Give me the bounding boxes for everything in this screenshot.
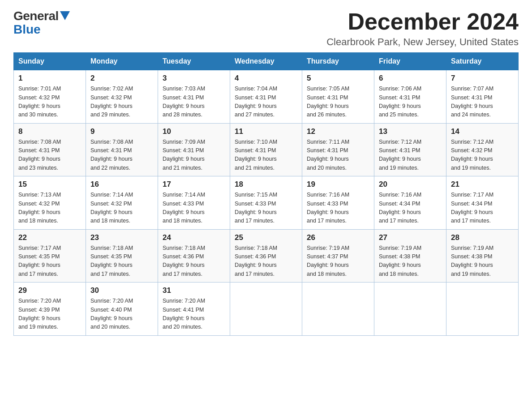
- day-info: Sunrise: 7:15 AMSunset: 4:33 PMDaylight:…: [235, 191, 297, 226]
- day-info: Sunrise: 7:19 AMSunset: 4:38 PMDaylight:…: [451, 244, 514, 279]
- calendar-week-row: 8Sunrise: 7:08 AMSunset: 4:31 PMDaylight…: [14, 123, 519, 176]
- day-number: 31: [163, 286, 225, 295]
- day-info: Sunrise: 7:18 AMSunset: 4:36 PMDaylight:…: [235, 244, 297, 279]
- day-number: 17: [163, 180, 225, 189]
- table-row: 28Sunrise: 7:19 AMSunset: 4:38 PMDayligh…: [446, 229, 519, 283]
- day-info: Sunrise: 7:20 AMSunset: 4:41 PMDaylight:…: [163, 297, 225, 332]
- table-row: 24Sunrise: 7:18 AMSunset: 4:36 PMDayligh…: [158, 229, 230, 283]
- day-number: 12: [307, 127, 369, 136]
- col-thursday: Thursday: [302, 53, 374, 70]
- day-number: 5: [307, 74, 369, 83]
- day-info: Sunrise: 7:03 AMSunset: 4:31 PMDaylight:…: [163, 85, 225, 120]
- calendar-week-row: 29Sunrise: 7:20 AMSunset: 4:39 PMDayligh…: [14, 283, 519, 336]
- day-info: Sunrise: 7:18 AMSunset: 4:35 PMDaylight:…: [90, 244, 153, 279]
- day-number: 21: [451, 180, 514, 189]
- day-number: 7: [451, 74, 514, 83]
- day-info: Sunrise: 7:13 AMSunset: 4:32 PMDaylight:…: [18, 191, 81, 226]
- table-row: 2Sunrise: 7:02 AMSunset: 4:32 PMDaylight…: [86, 70, 158, 124]
- day-number: 8: [18, 127, 81, 136]
- calendar-header-row: Sunday Monday Tuesday Wednesday Thursday…: [14, 53, 519, 70]
- col-monday: Monday: [86, 53, 158, 70]
- day-number: 28: [451, 233, 514, 242]
- col-saturday: Saturday: [446, 53, 519, 70]
- day-number: 26: [307, 233, 369, 242]
- day-number: 24: [163, 233, 225, 242]
- day-info: Sunrise: 7:05 AMSunset: 4:31 PMDaylight:…: [307, 85, 369, 120]
- day-info: Sunrise: 7:04 AMSunset: 4:31 PMDaylight:…: [235, 85, 297, 120]
- day-number: 14: [451, 127, 514, 136]
- col-tuesday: Tuesday: [158, 53, 230, 70]
- day-number: 2: [90, 74, 153, 83]
- day-info: Sunrise: 7:16 AMSunset: 4:34 PMDaylight:…: [379, 191, 442, 226]
- day-info: Sunrise: 7:02 AMSunset: 4:32 PMDaylight:…: [90, 85, 153, 120]
- table-row: 10Sunrise: 7:09 AMSunset: 4:31 PMDayligh…: [158, 123, 230, 176]
- table-row: 31Sunrise: 7:20 AMSunset: 4:41 PMDayligh…: [158, 283, 230, 336]
- day-number: 27: [379, 233, 442, 242]
- calendar-week-row: 22Sunrise: 7:17 AMSunset: 4:35 PMDayligh…: [14, 229, 519, 283]
- day-info: Sunrise: 7:08 AMSunset: 4:31 PMDaylight:…: [18, 138, 81, 173]
- day-info: Sunrise: 7:19 AMSunset: 4:37 PMDaylight:…: [307, 244, 369, 279]
- day-info: Sunrise: 7:01 AMSunset: 4:32 PMDaylight:…: [18, 85, 81, 120]
- day-info: Sunrise: 7:12 AMSunset: 4:32 PMDaylight:…: [451, 138, 514, 173]
- day-info: Sunrise: 7:16 AMSunset: 4:33 PMDaylight:…: [307, 191, 369, 226]
- day-info: Sunrise: 7:10 AMSunset: 4:31 PMDaylight:…: [235, 138, 297, 173]
- table-row: 14Sunrise: 7:12 AMSunset: 4:32 PMDayligh…: [446, 123, 519, 176]
- table-row: 18Sunrise: 7:15 AMSunset: 4:33 PMDayligh…: [230, 176, 302, 230]
- table-row: 26Sunrise: 7:19 AMSunset: 4:37 PMDayligh…: [302, 229, 374, 283]
- day-info: Sunrise: 7:11 AMSunset: 4:31 PMDaylight:…: [307, 138, 369, 173]
- table-row: 4Sunrise: 7:04 AMSunset: 4:31 PMDaylight…: [230, 70, 302, 124]
- table-row: 22Sunrise: 7:17 AMSunset: 4:35 PMDayligh…: [14, 229, 86, 283]
- svg-marker-0: [60, 11, 70, 20]
- logo: General Blue: [13, 9, 70, 37]
- day-info: Sunrise: 7:06 AMSunset: 4:31 PMDaylight:…: [379, 85, 442, 120]
- day-number: 29: [18, 286, 81, 295]
- day-info: Sunrise: 7:20 AMSunset: 4:40 PMDaylight:…: [90, 297, 153, 332]
- day-info: Sunrise: 7:14 AMSunset: 4:32 PMDaylight:…: [90, 191, 153, 226]
- table-row: 19Sunrise: 7:16 AMSunset: 4:33 PMDayligh…: [302, 176, 374, 230]
- logo-arrow-icon: [60, 11, 70, 22]
- day-info: Sunrise: 7:14 AMSunset: 4:33 PMDaylight:…: [163, 191, 225, 226]
- day-number: 22: [18, 233, 81, 242]
- table-row: [302, 283, 374, 336]
- table-row: 27Sunrise: 7:19 AMSunset: 4:38 PMDayligh…: [374, 229, 446, 283]
- table-row: 12Sunrise: 7:11 AMSunset: 4:31 PMDayligh…: [302, 123, 374, 176]
- day-number: 20: [379, 180, 442, 189]
- day-number: 10: [163, 127, 225, 136]
- day-info: Sunrise: 7:08 AMSunset: 4:31 PMDaylight:…: [90, 138, 153, 173]
- day-number: 19: [307, 180, 369, 189]
- calendar-week-row: 1Sunrise: 7:01 AMSunset: 4:32 PMDaylight…: [14, 70, 519, 124]
- day-number: 11: [235, 127, 297, 136]
- day-number: 23: [90, 233, 153, 242]
- day-info: Sunrise: 7:12 AMSunset: 4:31 PMDaylight:…: [379, 138, 442, 173]
- day-number: 25: [235, 233, 297, 242]
- day-info: Sunrise: 7:18 AMSunset: 4:36 PMDaylight:…: [163, 244, 225, 279]
- table-row: 23Sunrise: 7:18 AMSunset: 4:35 PMDayligh…: [86, 229, 158, 283]
- table-row: [446, 283, 519, 336]
- table-row: 25Sunrise: 7:18 AMSunset: 4:36 PMDayligh…: [230, 229, 302, 283]
- table-row: 1Sunrise: 7:01 AMSunset: 4:32 PMDaylight…: [14, 70, 86, 124]
- table-row: 6Sunrise: 7:06 AMSunset: 4:31 PMDaylight…: [374, 70, 446, 124]
- day-info: Sunrise: 7:07 AMSunset: 4:31 PMDaylight:…: [451, 85, 514, 120]
- table-row: 20Sunrise: 7:16 AMSunset: 4:34 PMDayligh…: [374, 176, 446, 230]
- calendar-subtitle: Clearbrook Park, New Jersey, United Stat…: [326, 36, 519, 48]
- logo-blue-text: Blue: [13, 22, 41, 37]
- day-info: Sunrise: 7:19 AMSunset: 4:38 PMDaylight:…: [379, 244, 442, 279]
- calendar-week-row: 15Sunrise: 7:13 AMSunset: 4:32 PMDayligh…: [14, 176, 519, 230]
- table-row: 8Sunrise: 7:08 AMSunset: 4:31 PMDaylight…: [14, 123, 86, 176]
- day-number: 15: [18, 180, 81, 189]
- title-section: December 2024 Clearbrook Park, New Jerse…: [326, 9, 519, 48]
- day-number: 9: [90, 127, 153, 136]
- day-info: Sunrise: 7:17 AMSunset: 4:34 PMDaylight:…: [451, 191, 514, 226]
- table-row: [230, 283, 302, 336]
- day-number: 1: [18, 74, 81, 83]
- day-number: 6: [379, 74, 442, 83]
- table-row: 15Sunrise: 7:13 AMSunset: 4:32 PMDayligh…: [14, 176, 86, 230]
- table-row: 3Sunrise: 7:03 AMSunset: 4:31 PMDaylight…: [158, 70, 230, 124]
- table-row: 16Sunrise: 7:14 AMSunset: 4:32 PMDayligh…: [86, 176, 158, 230]
- day-number: 30: [90, 286, 153, 295]
- col-sunday: Sunday: [14, 53, 86, 70]
- col-wednesday: Wednesday: [230, 53, 302, 70]
- day-info: Sunrise: 7:20 AMSunset: 4:39 PMDaylight:…: [18, 297, 81, 332]
- table-row: 29Sunrise: 7:20 AMSunset: 4:39 PMDayligh…: [14, 283, 86, 336]
- day-info: Sunrise: 7:17 AMSunset: 4:35 PMDaylight:…: [18, 244, 81, 279]
